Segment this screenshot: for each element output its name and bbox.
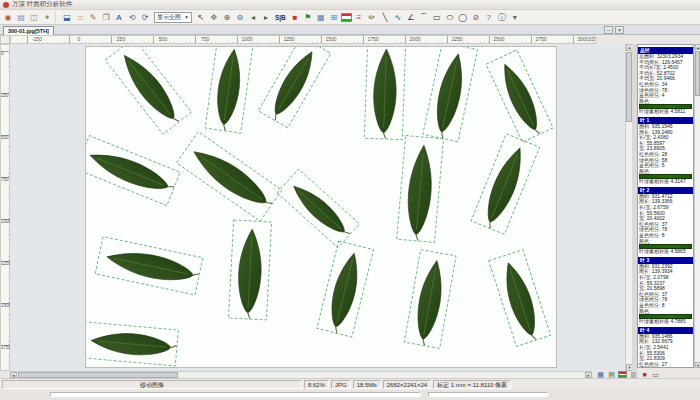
leaf-petiole [266,200,272,205]
open-icon[interactable]: ▱ [74,11,86,23]
vertical-ruler: 02505007501000125015001750 [0,44,10,371]
flag-icon[interactable]: ⚑ [302,11,314,23]
layers-icon[interactable]: ≡ [353,11,365,23]
panel-scroll-up-arrow[interactable]: ▲ [695,44,700,50]
leaf-midrib [129,61,171,115]
h-ruler-label: 1250 [283,36,294,42]
image-icon[interactable]: ▦ [315,11,327,23]
image-canvas[interactable] [10,44,625,371]
leaf-object[interactable] [397,136,444,243]
leaf-midrib [200,156,261,199]
circle-tool-icon[interactable]: ◯ [457,11,469,23]
leaf-object[interactable] [95,237,203,295]
rect-tool-icon[interactable]: ▭ [431,11,443,23]
pointer-icon[interactable]: ↖ [195,11,207,23]
leaf-object[interactable] [489,250,551,347]
text-tool-icon[interactable]: A [113,11,125,23]
prev-image-icon[interactable]: ◂ [247,11,259,23]
leaf-petiole [334,327,338,333]
chlorophyll-row: 叶绿素相对值 4.3147 [638,179,693,185]
exclude-tool-icon[interactable]: ⊘ [470,11,482,23]
image-tab[interactable]: 300-01.jpg[5TH] [3,26,54,35]
edit-icon[interactable]: ✎ [87,11,99,23]
grid-icon[interactable]: ⊞ [328,11,340,23]
h-ruler-label: 250 [117,36,125,42]
line-tool-icon[interactable]: ╲ [379,11,391,23]
leaf-petiole [532,334,536,340]
total-section: 总区总面积: 32303.2934平均周长: 126.6457平均长/宽: 2.… [638,47,693,115]
leaf-petiole [223,125,226,131]
vertical-scrollbar[interactable]: ▲ ▼ [625,44,632,371]
pan-icon[interactable]: ✥ [208,11,220,23]
leaf-petiole [168,184,174,188]
leaf-object[interactable] [423,47,478,142]
rotate-left-icon[interactable]: ⟲ [126,11,138,23]
next-image-icon[interactable]: ▸ [260,11,272,23]
about-icon[interactable]: ⓘ [496,11,508,23]
panel-scroll-down-arrow[interactable]: ▼ [695,362,700,368]
status-field: 18.5Mb [353,380,381,389]
device-icon[interactable]: ◫ [28,11,40,23]
capture-icon[interactable]: ◉ [2,11,14,23]
leaf-petiole [174,117,179,123]
ruler-corner [0,35,10,44]
panel-scrollbar[interactable]: ▲ ▼ [694,44,700,368]
polyline-tool-icon[interactable]: ∿ [392,11,404,23]
sb-mode-label[interactable]: S|B [273,14,288,21]
leaf-petiole [488,222,492,228]
zoom-in-icon[interactable]: ⊕ [221,11,233,23]
status-message: 移动图像 [2,380,302,389]
h-ruler-label: 500 [159,36,167,42]
leaf-object[interactable] [177,132,282,222]
leaf-object[interactable] [105,47,191,134]
scanned-leaf-image[interactable] [85,46,557,368]
more-icon[interactable]: ▾ [509,11,521,23]
leaf-object[interactable] [86,322,178,366]
leaf-petiole [248,313,251,319]
chlorophyll-row: 叶绿素相对值 4.5865 [638,249,693,255]
marker-icon[interactable]: ■ [289,11,301,23]
leaf-object[interactable] [364,47,405,140]
angle-tool-icon[interactable]: ∠ [405,11,417,23]
arc-tool-icon[interactable]: ⌒ [418,11,430,23]
leaf-section: 叶 1面积: 935.1545周长: 139.2480长/宽: 2.4380长:… [638,117,693,185]
tab-close-button[interactable]: × [615,26,624,34]
leaf-object[interactable] [277,169,359,248]
progress-row [0,390,700,400]
tab-bar: 300-01.jpg[5TH] – × [0,25,700,35]
scan-icon[interactable]: ▤ [15,11,27,23]
h-ruler-label: 750 [201,36,209,42]
leaf-object[interactable] [486,50,553,142]
batch-icon[interactable]: ✦ [41,11,53,23]
leaf-object[interactable] [205,47,253,133]
zoom-out-icon[interactable]: ⊖ [234,11,246,23]
help-icon[interactable]: ? [483,11,495,23]
h-ruler-label: 3250 [588,36,596,42]
leaf-petiole [535,129,540,135]
leaf-object[interactable] [229,220,272,320]
tab-minimize-button[interactable]: – [604,26,613,34]
color-bands-icon[interactable] [341,13,352,22]
rotate-right-icon[interactable]: ⟳ [139,11,151,23]
ellipse-tool-icon[interactable]: ⬭ [444,11,456,23]
leaf-object[interactable] [86,136,180,206]
leaf-object[interactable] [317,241,374,337]
leaf-object[interactable] [471,134,540,235]
h-ruler-label: 3000 [577,36,588,42]
pen-icon[interactable]: ✏ [366,11,378,23]
h-ruler-label: -250 [32,36,42,42]
save-icon[interactable]: ⬓ [61,11,73,23]
h-ruler-label: 1000 [241,36,252,42]
view-mode-select[interactable]: 显示全图▼ [154,12,192,23]
tab-controls: – × [604,26,624,34]
measurement-panel: 总区总面积: 32303.2934平均周长: 126.6457平均长/宽: 2.… [637,44,694,368]
status-field: 8.62% [304,380,329,389]
leaf-object[interactable] [258,47,330,128]
leaf-petiole [416,235,419,241]
leaf-object[interactable] [404,250,456,349]
app-icon [3,2,9,8]
panel-scroll-thumb[interactable] [695,51,700,96]
color-flag-icon[interactable] [618,371,627,378]
copy-icon[interactable]: ❐ [100,11,112,23]
horizontal-scrollbar[interactable]: ◄ ► [10,371,592,378]
